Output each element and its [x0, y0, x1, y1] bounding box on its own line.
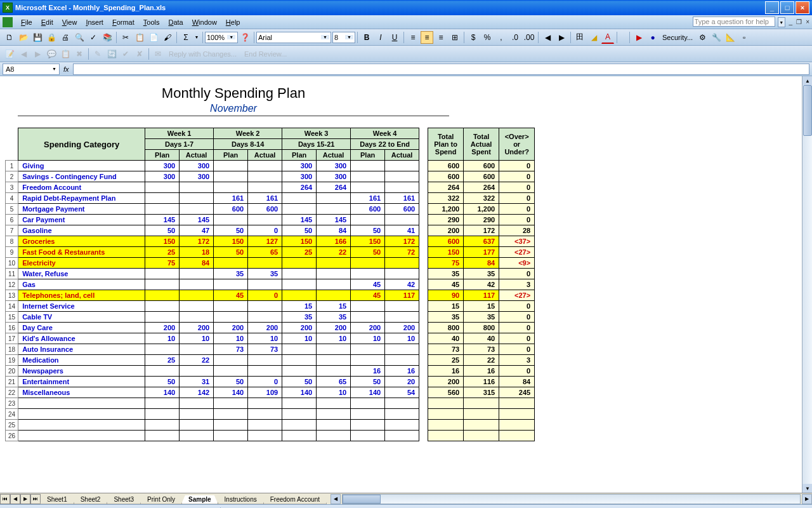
- actual-cell[interactable]: 200: [317, 323, 351, 333]
- scroll-down-icon[interactable]: ▼: [802, 484, 812, 493]
- plan-cell[interactable]: 140: [351, 387, 385, 398]
- category-cell[interactable]: Entertainment: [18, 377, 145, 387]
- plan-cell[interactable]: 50: [145, 377, 180, 387]
- plan-cell[interactable]: 300: [145, 171, 180, 182]
- actual-cell[interactable]: [248, 355, 282, 366]
- fill-color-button[interactable]: ◢: [587, 31, 600, 44]
- actual-cell[interactable]: 300: [180, 161, 214, 171]
- total-actual-cell[interactable]: [464, 431, 499, 441]
- minimize-button[interactable]: _: [765, 1, 779, 14]
- actual-cell[interactable]: 300: [180, 171, 214, 182]
- actual-cell[interactable]: 84: [180, 258, 214, 269]
- actual-cell[interactable]: 84: [317, 225, 351, 236]
- actual-cell[interactable]: [180, 366, 214, 377]
- plan-cell[interactable]: [282, 355, 317, 366]
- actual-cell[interactable]: [385, 409, 419, 420]
- mdi-minimize-button[interactable]: _: [789, 18, 793, 25]
- plan-cell[interactable]: [351, 409, 385, 420]
- plan-cell[interactable]: [282, 193, 317, 204]
- actual-cell[interactable]: [248, 366, 282, 377]
- plan-cell[interactable]: 25: [282, 247, 317, 258]
- formula-input[interactable]: [73, 64, 809, 75]
- total-actual-cell[interactable]: 290: [464, 215, 499, 225]
- spelling-button[interactable]: ✓: [87, 31, 100, 44]
- menu-data[interactable]: Data: [164, 17, 187, 27]
- print-button[interactable]: 🖨: [59, 31, 72, 44]
- plan-cell[interactable]: [214, 366, 248, 377]
- plan-cell[interactable]: 16: [351, 366, 385, 377]
- actual-cell[interactable]: [248, 215, 282, 225]
- actual-cell[interactable]: 127: [248, 236, 282, 247]
- actual-cell[interactable]: [180, 279, 214, 290]
- total-plan-cell[interactable]: 600: [428, 171, 464, 182]
- total-plan-cell[interactable]: 600: [428, 161, 464, 171]
- align-left-button[interactable]: ≡: [407, 31, 419, 44]
- plan-cell[interactable]: [351, 312, 385, 323]
- actual-cell[interactable]: [385, 258, 419, 269]
- total-plan-cell[interactable]: 73: [428, 344, 464, 355]
- over-under-cell[interactable]: [499, 431, 535, 441]
- open-button[interactable]: 📂: [17, 31, 30, 44]
- font-size-combo[interactable]: 8▼: [332, 32, 355, 43]
- menu-view[interactable]: View: [58, 17, 82, 27]
- more-button[interactable]: ▫: [738, 31, 750, 44]
- plan-cell[interactable]: [351, 431, 385, 441]
- plan-cell[interactable]: 300: [145, 161, 180, 171]
- total-plan-cell[interactable]: 15: [428, 301, 464, 312]
- actual-cell[interactable]: 145: [180, 215, 214, 225]
- total-plan-cell[interactable]: 35: [428, 312, 464, 323]
- sheet-tab-sheet3[interactable]: Sheet3: [107, 495, 141, 504]
- cut-button[interactable]: ✂: [119, 31, 132, 44]
- plan-cell[interactable]: [282, 258, 317, 269]
- plan-cell[interactable]: 50: [214, 225, 248, 236]
- over-under-cell[interactable]: 3: [499, 355, 535, 366]
- plan-cell[interactable]: 600: [351, 204, 385, 215]
- total-actual-cell[interactable]: 172: [464, 225, 499, 236]
- plan-cell[interactable]: 200: [351, 323, 385, 333]
- actual-cell[interactable]: 117: [385, 290, 419, 301]
- actual-cell[interactable]: [385, 431, 419, 441]
- plan-cell[interactable]: 200: [145, 323, 180, 333]
- category-cell[interactable]: Miscellaneous: [18, 387, 145, 398]
- over-under-cell[interactable]: 0: [499, 269, 535, 279]
- actual-cell[interactable]: 31: [180, 377, 214, 387]
- plan-cell[interactable]: [282, 279, 317, 290]
- menu-window[interactable]: Window: [188, 17, 221, 27]
- actual-cell[interactable]: [385, 355, 419, 366]
- actual-cell[interactable]: 72: [385, 247, 419, 258]
- plan-cell[interactable]: [214, 355, 248, 366]
- hscroll-thumb[interactable]: [343, 495, 381, 504]
- category-cell[interactable]: [18, 420, 145, 431]
- total-actual-cell[interactable]: 117: [464, 290, 499, 301]
- menu-help[interactable]: Help: [221, 17, 245, 27]
- actual-cell[interactable]: [248, 312, 282, 323]
- total-actual-cell[interactable]: 800: [464, 323, 499, 333]
- actual-cell[interactable]: 161: [248, 193, 282, 204]
- total-actual-cell[interactable]: 35: [464, 269, 499, 279]
- plan-cell[interactable]: 35: [214, 269, 248, 279]
- actual-cell[interactable]: [317, 355, 351, 366]
- over-under-cell[interactable]: <27>: [499, 247, 535, 258]
- copy-button[interactable]: 📋: [133, 31, 146, 44]
- total-plan-cell[interactable]: 600: [428, 236, 464, 247]
- actual-cell[interactable]: [248, 161, 282, 171]
- underline-button[interactable]: U: [388, 31, 401, 44]
- plan-cell[interactable]: [145, 344, 180, 355]
- plan-cell[interactable]: [351, 215, 385, 225]
- plan-cell[interactable]: [282, 269, 317, 279]
- plan-cell[interactable]: 145: [282, 215, 317, 225]
- actual-cell[interactable]: [180, 301, 214, 312]
- total-plan-cell[interactable]: [428, 398, 464, 409]
- actual-cell[interactable]: 600: [385, 204, 419, 215]
- over-under-cell[interactable]: 0: [499, 344, 535, 355]
- help-dropdown-icon[interactable]: ▼: [778, 17, 785, 27]
- actual-cell[interactable]: [248, 301, 282, 312]
- increase-indent-button[interactable]: ▶: [555, 31, 568, 44]
- actual-cell[interactable]: 172: [180, 236, 214, 247]
- actual-cell[interactable]: 47: [180, 225, 214, 236]
- plan-cell[interactable]: [282, 366, 317, 377]
- plan-cell[interactable]: 200: [214, 323, 248, 333]
- print-preview-button[interactable]: 🔍: [73, 31, 86, 44]
- over-under-cell[interactable]: 0: [499, 204, 535, 215]
- plan-cell[interactable]: [214, 409, 248, 420]
